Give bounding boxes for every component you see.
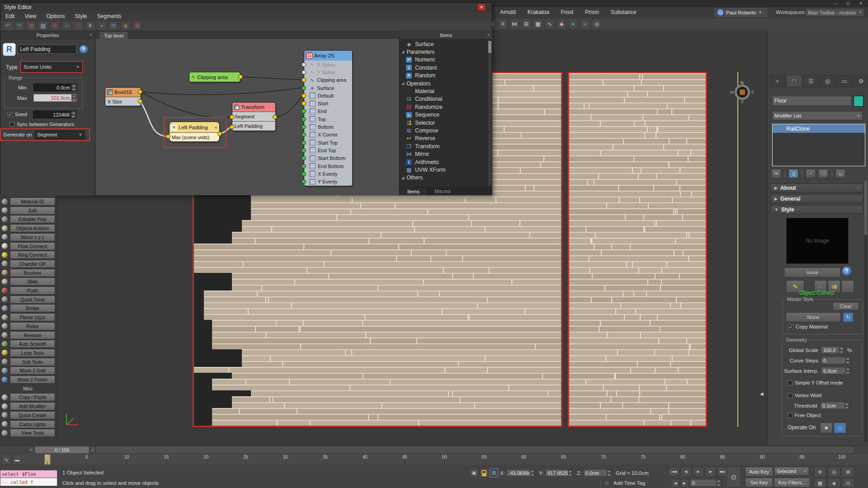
port-surface[interactable] — [302, 86, 306, 90]
sidebar-item-loop-tools[interactable]: Loop Tools — [0, 348, 56, 357]
port-start-top[interactable] — [302, 141, 306, 145]
node-clipping-area[interactable]: ∿ Clipping area — [189, 72, 241, 82]
array-port-end[interactable]: End — [304, 108, 352, 115]
next-key-button[interactable]: |▶ — [705, 467, 716, 477]
sidebar-button-label[interactable]: Quick Tools — [10, 296, 55, 304]
item-selector[interactable]: ⇶Selector — [406, 119, 488, 127]
port-start-bottom[interactable] — [302, 156, 306, 160]
port-clipping-area[interactable] — [302, 78, 306, 82]
port-x-corner[interactable] — [302, 132, 306, 137]
generate-on-dropdown[interactable]: Segment ▼ — [35, 131, 85, 139]
sidebar-item-sub-tools[interactable]: Sub Tools — [0, 357, 56, 366]
object-name-field[interactable]: Floor — [772, 96, 852, 106]
zoom-icon[interactable]: ⊞ — [842, 467, 854, 477]
item-arithmetic[interactable]: ΣArithmetic — [406, 158, 488, 166]
tab-items[interactable]: Items — [400, 187, 427, 195]
master-none-button[interactable]: None — [786, 312, 841, 322]
sidebar-item-move-2-grid[interactable]: Move 2 Grid — [0, 366, 56, 375]
user-chip[interactable]: Paul Roberts ▼ — [714, 8, 768, 17]
item-conditional[interactable]: ⊟Conditional — [406, 95, 488, 103]
previous-key-button[interactable]: ◀| — [680, 467, 692, 477]
sidebar-button-label[interactable]: Quick Create — [10, 411, 55, 419]
array-port-x-corner[interactable]: X Corner — [304, 131, 352, 139]
menu-frost[interactable]: Frost — [555, 8, 579, 17]
tab-modify[interactable]: ◠ — [786, 75, 802, 87]
left-padding-input-port[interactable] — [166, 134, 170, 139]
frame-forward-button[interactable]: ▶ — [680, 479, 689, 488]
sidebar-button-label[interactable]: Bridge — [10, 304, 55, 312]
array-port-surface[interactable]: ◈Surface — [304, 84, 352, 92]
min-field[interactable]: 0.0cm▲▼ — [33, 84, 77, 91]
item-sequence[interactable]: 1₂Sequence — [406, 111, 488, 119]
export-style-icon[interactable]: ⧈ — [121, 21, 130, 30]
sidebar-item-move-2-points[interactable]: Move 2 Points — [0, 375, 56, 384]
item-constant[interactable]: 2Constant — [406, 64, 488, 71]
paste-icon[interactable]: ▤ — [38, 21, 48, 30]
y-coordinate-field[interactable]: 917.9525cm▲▼ — [545, 469, 573, 477]
sidebar-button-label[interactable]: Objects Actions — [10, 224, 55, 232]
zoom-all-icon[interactable]: ▦ — [814, 478, 826, 488]
sidebar-item-quick-tools[interactable]: Quick Tools — [0, 295, 56, 304]
sidebar-item-editable-poly[interactable]: Editable Poly — [0, 215, 56, 224]
transform-segment-input-port[interactable] — [230, 115, 234, 119]
absolute-mode-transform-icon[interactable]: ⊞ — [489, 468, 499, 478]
se-menu-segments[interactable]: Segments — [92, 12, 127, 21]
node-left-padding[interactable]: R Left Padding ▲ Max (scene units) — [169, 122, 220, 142]
undo-icon[interactable]: ↶ — [3, 21, 13, 30]
surface-interp-field[interactable]: 5.0cm▲▼ — [821, 367, 851, 375]
tab-motion[interactable]: ◎ — [820, 75, 835, 87]
sidebar-item-bridge[interactable]: Bridge — [0, 304, 56, 313]
sidebar-button-label[interactable]: Auto Smooth — [10, 340, 55, 348]
sidebar-button-label[interactable]: Brushes — [10, 269, 55, 277]
delete-icon[interactable]: ✕ — [50, 21, 60, 30]
export-icon[interactable]: ⍖ — [97, 21, 107, 30]
sidebar-button-label[interactable]: Cams Lights — [10, 420, 55, 428]
item-mirror[interactable]: ⋈Mirror — [406, 150, 488, 158]
tab-hierarchy[interactable]: ☰ — [803, 75, 819, 87]
copy-icon[interactable]: ⧉ — [27, 21, 36, 30]
apply-icon[interactable]: ✓ — [62, 21, 71, 30]
sidebar-button-label[interactable]: Flow Connect — [10, 242, 55, 250]
rollout-general[interactable]: ▶General⁙ — [770, 194, 863, 203]
port-y-evenly[interactable] — [302, 179, 306, 184]
minimize-icon[interactable]: — — [830, 0, 841, 6]
zoom-extents-icon[interactable]: ◈ — [828, 478, 840, 488]
port-bottom[interactable] — [302, 125, 306, 129]
close-icon[interactable]: ✕ — [90, 33, 93, 37]
current-frame-field[interactable]: 0▲▼ — [690, 479, 722, 487]
item-numeric[interactable]: X²Numeric — [406, 56, 488, 64]
array-port-end-bottom[interactable]: End Bottom — [304, 162, 352, 170]
modifier-list-dropdown[interactable]: Modifier List ▼ — [772, 111, 863, 120]
port-end[interactable] — [302, 109, 306, 113]
item-random[interactable]: RRandom — [406, 72, 488, 80]
isolate-selection-toggle[interactable]: ▣ — [469, 468, 479, 478]
items-scrollbar[interactable] — [488, 40, 491, 186]
workspace-dropdown[interactable]: Main Toolbar - modular ▼ — [806, 8, 864, 17]
sync-master-button[interactable]: ↻ — [843, 312, 854, 322]
floor-object-right[interactable] — [568, 72, 707, 427]
schematic-view-icon[interactable]: ◈ — [557, 19, 566, 29]
track-bar[interactable]: ∿ ▬ 051015202530354045505560657075808590… — [0, 453, 868, 465]
array-port-default[interactable]: Default — [304, 92, 352, 99]
render-setup-icon[interactable]: ● — [580, 19, 590, 29]
next-frame-button[interactable]: > — [90, 446, 96, 454]
sidebar-button-label[interactable]: Move 2 Points — [10, 375, 55, 384]
sidebar-item-ring-connect[interactable]: Ring Connect — [0, 250, 56, 259]
array-port-bottom[interactable]: Bottom — [304, 123, 352, 131]
close-icon[interactable]: ✕ — [855, 0, 866, 6]
set-key-button[interactable]: Set Key — [745, 478, 773, 488]
port-default[interactable] — [302, 94, 306, 98]
sidebar-button-label[interactable]: Remove — [10, 331, 55, 339]
copy-material-checkbox[interactable]: ✓ — [788, 324, 793, 329]
show-end-result-button[interactable]: ▯ — [788, 169, 798, 178]
sidebar-item-add-modifier[interactable]: Add Modifier — [0, 402, 56, 411]
operate-on-spline-button[interactable]: ➤ — [820, 422, 833, 433]
set-keys-button[interactable]: ⊙ — [726, 466, 741, 488]
open-mini-curve-editor-icon[interactable]: ∿ — [1, 455, 11, 465]
free-object-checkbox[interactable] — [788, 413, 793, 418]
sidebar-item-chamfer-op[interactable]: Chamfer OP — [0, 259, 56, 268]
menu-prism[interactable]: Prism — [579, 8, 605, 17]
item-surface[interactable]: ◈Surface — [406, 40, 488, 48]
close-icon[interactable]: ✕ — [487, 33, 490, 37]
sidebar-button-label[interactable]: Editable Poly — [10, 215, 55, 223]
